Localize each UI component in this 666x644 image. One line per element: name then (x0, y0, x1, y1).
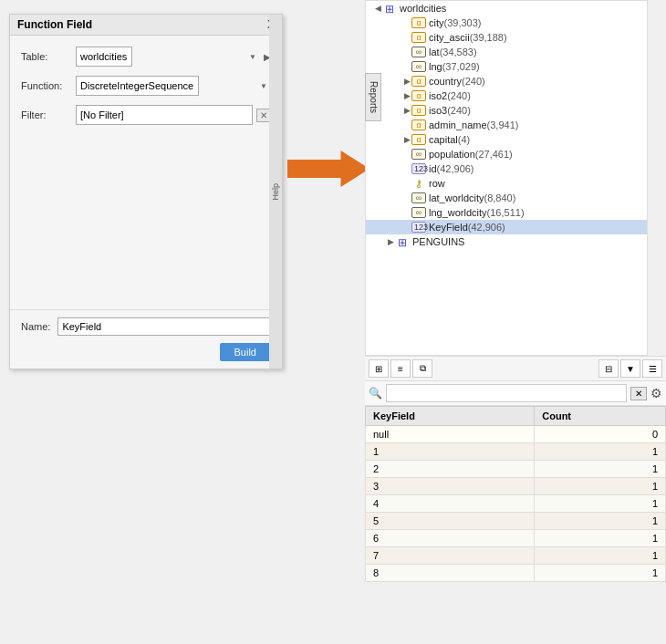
cell-count-8: 1 (535, 565, 666, 582)
tree-item[interactable]: ⚷ row (366, 176, 647, 191)
item-count-5: (240) (447, 90, 471, 101)
function-label: Function: (21, 80, 76, 91)
toolbar-btn-list[interactable]: ≡ (390, 359, 411, 378)
cell-count-7: 1 (535, 547, 666, 565)
toolbar-btn-menu[interactable]: ☰ (642, 359, 662, 378)
search-row: 🔍 ✕ ⚙ (365, 381, 666, 406)
build-button[interactable]: Build (220, 343, 271, 361)
col-count-header: Count (535, 407, 666, 426)
table-row[interactable]: null 0 (366, 426, 666, 443)
item-count-13: (16,511) (487, 207, 525, 218)
tree-item[interactable]: 123 id (42,906) (366, 161, 647, 176)
tree-item[interactable]: ▶ ⊞ PENGUINS (366, 234, 647, 249)
tree-item[interactable]: ∞ lng_worldcity (16,511) (366, 205, 647, 220)
tree-item[interactable]: ∞ lat (34,583) (366, 45, 647, 59)
table-row[interactable]: 2 1 (366, 461, 666, 478)
item-count-2: (34,583) (440, 47, 477, 57)
right-section: ◀ ⊞ worldcities α city (39,303) α city_a… (365, 0, 666, 644)
tree-item[interactable]: ▶ α iso2 (240) (366, 88, 647, 103)
function-field-dialog: Function Field X Table: worldcities ▶ (9, 14, 283, 369)
type-icon-10: 123 (411, 163, 426, 174)
expand-icon-8[interactable]: ▶ (402, 135, 411, 144)
cell-key-8: 8 (366, 565, 535, 582)
name-row: Name: (21, 317, 271, 336)
item-name-7: admin_name (429, 119, 487, 130)
type-icon-11: ⚷ (411, 178, 426, 189)
tree-item[interactable]: α city (39,303) (366, 16, 647, 30)
function-control: DiscreteIntegerSequence (76, 76, 271, 96)
toolbar-btn-copy[interactable]: ⧉ (412, 359, 432, 378)
tree-item[interactable]: ▶ α iso3 (240) (366, 103, 647, 118)
item-count-6: (240) (447, 105, 471, 116)
dialog-title: Function Field (17, 18, 92, 31)
type-icon-9: ∞ (411, 149, 426, 160)
tree-panel[interactable]: ◀ ⊞ worldcities α city (39,303) α city_a… (365, 0, 648, 356)
item-name-1: city_ascii (429, 32, 470, 43)
item-name-4: country (429, 76, 462, 87)
table-icon: ⊞ (382, 3, 397, 14)
item-count-1: (39,188) (470, 32, 507, 43)
dialog-body: Table: worldcities ▶ Function: (10, 36, 282, 309)
table-row[interactable]: 1 1 (366, 443, 666, 461)
expand-icon-4[interactable]: ▶ (402, 77, 411, 86)
item-name-9: population (429, 149, 475, 160)
item-name-2: lat (429, 47, 440, 57)
table-row[interactable]: 8 1 (366, 565, 666, 582)
expand-icon-6[interactable]: ▶ (402, 106, 411, 115)
root-collapse-icon[interactable]: ◀ (373, 4, 382, 13)
type-icon-6: α (411, 105, 426, 116)
item-count-10: (42,906) (437, 163, 474, 174)
tree-item[interactable]: α city_ascii (39,188) (366, 30, 647, 45)
search-clear-btn[interactable]: ✕ (630, 387, 647, 400)
toolbar-row: ⊞ ≡ ⧉ ⊟ ▼ ☰ (365, 356, 666, 381)
toolbar-btn-filter[interactable]: ⊟ (598, 359, 619, 378)
tree-item[interactable]: ∞ lat_worldcity (8,840) (366, 191, 647, 205)
cell-count-6: 1 (535, 530, 666, 547)
type-icon-15: ⊞ (395, 236, 410, 247)
name-input[interactable] (57, 317, 271, 336)
table-row[interactable]: 6 1 (366, 530, 666, 547)
item-name-12: lat_worldcity (429, 192, 484, 203)
type-icon-3: ∞ (411, 61, 426, 72)
filter-input[interactable] (76, 105, 253, 125)
tree-item[interactable]: ∞ population (27,461) (366, 147, 647, 161)
type-icon-12: ∞ (411, 192, 426, 203)
tree-item[interactable]: ▶ α country (240) (366, 74, 647, 88)
cell-key-4: 4 (366, 495, 535, 513)
function-select[interactable]: DiscreteIntegerSequence (76, 76, 199, 96)
data-table-container[interactable]: KeyField Count null 0 1 1 2 1 3 1 4 1 5 … (365, 406, 666, 644)
item-count-9: (27,461) (475, 149, 513, 160)
toolbar-btn-sort[interactable]: ▼ (620, 359, 640, 378)
table-body: null 0 1 1 2 1 3 1 4 1 5 1 6 1 7 1 8 1 (366, 426, 666, 582)
type-icon-1: α (411, 32, 426, 43)
table-row[interactable]: 5 1 (366, 513, 666, 530)
toolbar-btn-grid[interactable]: ⊞ (369, 359, 389, 378)
table-select-wrapper: worldcities (76, 47, 260, 67)
filter-label: Filter: (21, 109, 76, 120)
item-name-13: lng_worldcity (429, 207, 487, 218)
expand-icon-5[interactable]: ▶ (402, 91, 411, 100)
tree-item[interactable]: 123 KeyField (42,906) (366, 220, 647, 234)
item-name-11: row (429, 178, 445, 189)
type-icon-4: α (411, 76, 426, 87)
tree-item[interactable]: ▶ α capital (4) (366, 132, 647, 147)
search-icon: 🔍 (369, 387, 382, 400)
type-icon-7: α (411, 119, 426, 130)
type-icon-5: α (411, 90, 426, 101)
table-row[interactable]: 3 1 (366, 478, 666, 495)
table-select[interactable]: worldcities (76, 47, 132, 67)
expand-icon-15[interactable]: ▶ (386, 237, 395, 246)
search-input[interactable] (386, 384, 627, 402)
item-name-14: KeyField (429, 222, 468, 233)
table-row[interactable]: 7 1 (366, 547, 666, 565)
reports-tab[interactable]: Reports (365, 73, 381, 121)
table-row[interactable]: 4 1 (366, 495, 666, 513)
tree-item[interactable]: ∞ lng (37,029) (366, 59, 647, 74)
item-name-6: iso3 (429, 105, 447, 116)
tree-item[interactable]: α admin_name (3,941) (366, 118, 647, 132)
item-name-15: PENGUINS (412, 236, 464, 247)
tree-root-item[interactable]: ◀ ⊞ worldcities (366, 1, 647, 16)
settings-icon[interactable]: ⚙ (650, 386, 662, 400)
cell-count-0: 0 (535, 426, 666, 443)
cell-count-1: 1 (535, 443, 666, 461)
